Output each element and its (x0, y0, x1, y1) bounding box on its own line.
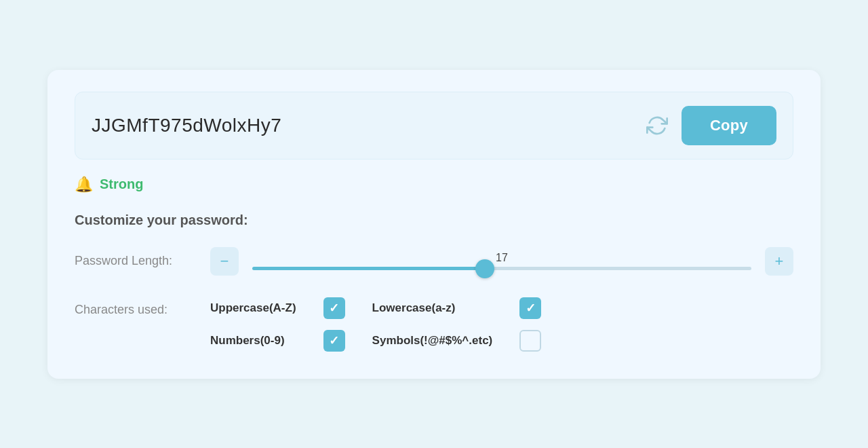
password-generator-card: JJGMfT975dWolxHy7 Copy 🔔 Strong Customiz… (47, 70, 821, 379)
characters-label: Characters used: (75, 297, 197, 317)
length-control-row: Password Length: − 17 + (75, 247, 793, 276)
refresh-button[interactable] (644, 112, 671, 139)
numbers-checkbox[interactable]: ✓ (323, 330, 345, 352)
length-decrease-button[interactable]: − (210, 247, 239, 276)
strength-label: Strong (100, 176, 143, 192)
characters-row: Characters used: Uppercase(A-Z) ✓ Lowerc… (75, 297, 793, 352)
password-display-row: JJGMfT975dWolxHy7 Copy (75, 92, 793, 160)
numbers-label: Numbers(0-9) (210, 334, 296, 348)
characters-grid: Uppercase(A-Z) ✓ Lowercase(a-z) ✓ Number… (210, 297, 541, 352)
copy-button[interactable]: Copy (682, 106, 776, 145)
symbols-label: Symbols(!@#$%^.etc) (372, 334, 493, 348)
slider-container: 17 (252, 252, 751, 270)
customize-title: Customize your password: (75, 212, 793, 228)
uppercase-checkmark: ✓ (329, 302, 339, 314)
lowercase-checkbox[interactable]: ✓ (519, 297, 541, 319)
length-label: Password Length: (75, 254, 197, 268)
lowercase-checkmark: ✓ (526, 302, 536, 314)
uppercase-label: Uppercase(A-Z) (210, 301, 296, 315)
uppercase-checkbox[interactable]: ✓ (323, 297, 345, 319)
numbers-checkmark: ✓ (329, 335, 339, 347)
strength-row: 🔔 Strong (75, 176, 793, 193)
length-increase-button[interactable]: + (765, 247, 793, 276)
strength-icon: 🔔 (75, 176, 93, 193)
password-value: JJGMfT975dWolxHy7 (92, 115, 633, 136)
lowercase-label: Lowercase(a-z) (372, 301, 493, 315)
length-slider[interactable] (252, 267, 751, 270)
symbols-checkbox[interactable] (519, 330, 541, 352)
